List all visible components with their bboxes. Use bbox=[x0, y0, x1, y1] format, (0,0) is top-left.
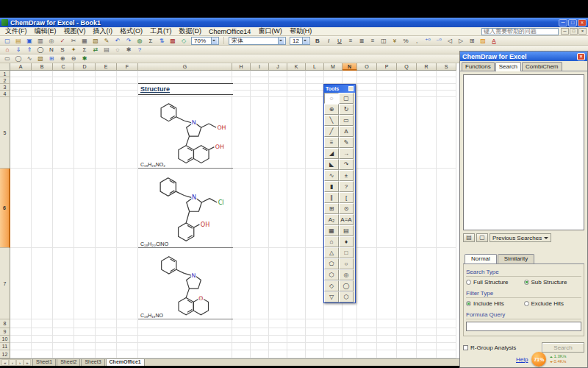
cell-H11[interactable] bbox=[232, 343, 251, 350]
cell-A6[interactable] bbox=[10, 169, 32, 248]
analyze-structure-icon[interactable]: Σ bbox=[79, 46, 90, 54]
cell-K12[interactable] bbox=[287, 350, 306, 358]
print-preview-icon[interactable]: ◎ bbox=[46, 37, 57, 45]
triangle-ring-icon[interactable]: △ bbox=[324, 247, 339, 258]
cell-D6[interactable] bbox=[74, 169, 96, 248]
row-header-8[interactable]: 8 bbox=[0, 319, 10, 328]
cell-B6[interactable] bbox=[32, 169, 53, 248]
cell-M8[interactable] bbox=[324, 319, 343, 328]
autosum-icon[interactable]: Σ bbox=[146, 37, 156, 45]
cell-I6[interactable] bbox=[251, 169, 269, 248]
align-right-icon[interactable]: ≡ bbox=[368, 37, 378, 45]
cell-D11[interactable] bbox=[74, 343, 96, 350]
cell-P9[interactable] bbox=[377, 328, 397, 336]
cell-R6[interactable] bbox=[417, 169, 437, 248]
cell-D10[interactable] bbox=[74, 336, 96, 343]
cell-E1[interactable] bbox=[96, 71, 117, 77]
cell-N12[interactable] bbox=[343, 350, 357, 358]
cell-R3[interactable] bbox=[417, 84, 437, 91]
cell-E4[interactable] bbox=[96, 91, 117, 97]
cyclooctane-ring-icon[interactable]: ◯ bbox=[339, 280, 354, 291]
cell-B3[interactable] bbox=[32, 84, 53, 91]
cell-M11[interactable] bbox=[324, 343, 343, 350]
cell-C10[interactable] bbox=[53, 336, 74, 343]
cell-I9[interactable] bbox=[251, 328, 269, 336]
cell-B5[interactable] bbox=[32, 97, 53, 169]
col-header[interactable]: R bbox=[417, 63, 437, 71]
tools-palette-title-bar[interactable]: Tools bbox=[324, 85, 355, 93]
cut-icon[interactable]: ✂ bbox=[68, 37, 79, 45]
radio-full-structure[interactable]: Full Structure bbox=[466, 279, 524, 286]
comma-icon[interactable]: , bbox=[412, 37, 422, 45]
help-link[interactable]: Help bbox=[516, 356, 528, 363]
first-sheet-button[interactable]: « bbox=[1, 359, 9, 366]
text-tool-icon[interactable]: A bbox=[339, 126, 354, 137]
rgroup-analysis-checkbox[interactable]: R-Group Analysis bbox=[463, 344, 516, 351]
cell-L1[interactable] bbox=[306, 71, 324, 77]
cell-C12[interactable] bbox=[53, 350, 74, 358]
structure-cell-2[interactable]: N Cl OH C₁₈H₂₀ClNO bbox=[138, 169, 233, 248]
col-header[interactable]: B bbox=[32, 63, 53, 71]
cell-E11[interactable] bbox=[96, 343, 117, 350]
row-header-11[interactable]: 11 bbox=[0, 343, 10, 350]
menu-window[interactable]: 窗口(W) bbox=[254, 26, 286, 36]
structure-cell-3[interactable]: N O C₁₉H₁₉NO bbox=[138, 248, 233, 319]
cell-C7[interactable] bbox=[53, 248, 74, 319]
save-icon[interactable]: ▣ bbox=[24, 37, 35, 45]
structure-column-title-cell[interactable]: Structure bbox=[138, 83, 233, 95]
cell-J2[interactable] bbox=[269, 77, 287, 84]
cell-Q6[interactable] bbox=[397, 169, 417, 248]
cell-G9[interactable] bbox=[138, 328, 232, 336]
cell-M9[interactable] bbox=[324, 328, 343, 336]
cell-B9[interactable] bbox=[32, 328, 53, 336]
cell-S6[interactable] bbox=[437, 169, 456, 248]
export-table-icon[interactable]: ⇑ bbox=[24, 46, 35, 54]
cell-G8[interactable] bbox=[138, 319, 232, 328]
currency-icon[interactable]: ¥ bbox=[390, 37, 400, 45]
zoom-out-icon[interactable]: ⊖ bbox=[68, 54, 79, 63]
cell-N9[interactable] bbox=[343, 328, 357, 336]
cell-K3[interactable] bbox=[287, 84, 306, 91]
atom-symbol-icon[interactable]: ⊙ bbox=[339, 203, 354, 214]
cell-A11[interactable] bbox=[10, 343, 32, 350]
cell-G12[interactable] bbox=[138, 350, 232, 358]
cell-O2[interactable] bbox=[357, 77, 377, 84]
cell-D7[interactable] bbox=[74, 248, 96, 319]
row-header-5[interactable]: 5 bbox=[0, 97, 10, 169]
row-header-10[interactable]: 10 bbox=[0, 336, 10, 343]
cell-B12[interactable] bbox=[32, 350, 53, 358]
cell-H12[interactable] bbox=[232, 350, 251, 358]
cell-S3[interactable] bbox=[437, 84, 456, 91]
grid-tool-icon[interactable]: ▦ bbox=[324, 225, 339, 236]
col-header[interactable]: A bbox=[10, 63, 32, 71]
spelling-icon[interactable]: ✓ bbox=[57, 37, 68, 45]
atom-atom-icon[interactable]: A=A bbox=[339, 214, 354, 225]
bold-bond-icon[interactable]: ▮ bbox=[324, 181, 339, 192]
chain-tool-icon[interactable]: ∿ bbox=[24, 54, 35, 63]
cell-Q7[interactable] bbox=[397, 248, 417, 319]
cell-I12[interactable] bbox=[251, 350, 269, 358]
sheet-tab-sheet2[interactable]: Sheet2 bbox=[57, 359, 80, 367]
cell-F7[interactable] bbox=[117, 248, 138, 319]
cell-E2[interactable] bbox=[96, 77, 117, 84]
row-header-4[interactable]: 4 bbox=[0, 91, 10, 97]
cell-L8[interactable] bbox=[306, 319, 324, 328]
cell-K7[interactable] bbox=[287, 248, 306, 319]
cell-K1[interactable] bbox=[287, 71, 306, 77]
stamp-tool-icon[interactable]: ♦ bbox=[339, 236, 354, 247]
print-icon[interactable]: ▥ bbox=[35, 37, 46, 45]
cell-J8[interactable] bbox=[269, 319, 287, 328]
cell-H3[interactable] bbox=[232, 84, 251, 91]
cell-A7[interactable] bbox=[10, 248, 32, 319]
cell-I11[interactable] bbox=[251, 343, 269, 350]
accelerator-ball[interactable]: 71% bbox=[531, 352, 546, 367]
panel-close-button[interactable]: × bbox=[577, 53, 585, 60]
clean-structure-icon[interactable]: ✦ bbox=[68, 46, 79, 54]
last-sheet-button[interactable]: » bbox=[24, 359, 31, 366]
next-sheet-button[interactable]: › bbox=[16, 359, 24, 366]
zoom-combo[interactable]: 70% bbox=[191, 37, 219, 45]
cell-I1[interactable] bbox=[251, 71, 269, 77]
cell-C1[interactable] bbox=[53, 71, 74, 77]
align-center-icon[interactable]: ≣ bbox=[356, 37, 367, 45]
cell-F10[interactable] bbox=[117, 336, 138, 343]
